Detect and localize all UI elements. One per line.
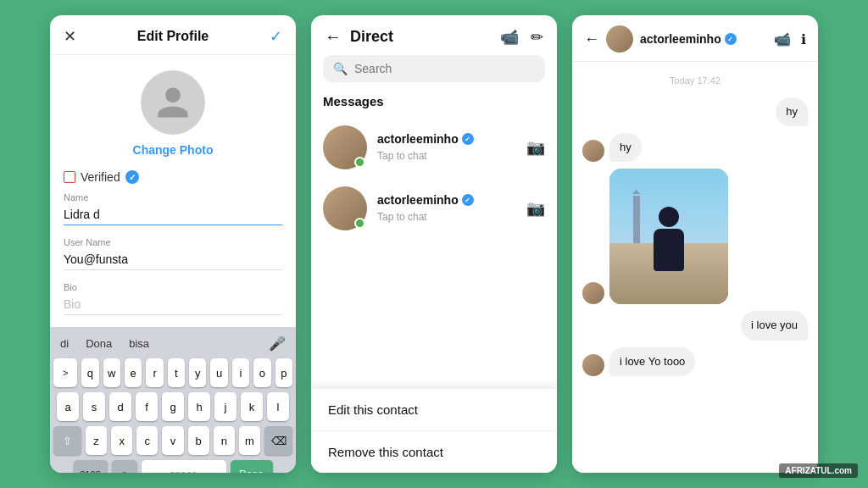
key-done[interactable]: Done bbox=[231, 460, 273, 473]
message-bubble-received-2: i love Yo tooo bbox=[609, 347, 695, 376]
message-bubble-received-1: hy bbox=[609, 133, 642, 162]
direct-header: ← Direct 📹 ✏ bbox=[311, 15, 557, 55]
change-photo-button[interactable]: Change Photo bbox=[133, 143, 214, 157]
key-r[interactable]: r bbox=[146, 358, 163, 387]
verified-checkbox[interactable] bbox=[64, 171, 75, 183]
key-y[interactable]: y bbox=[189, 358, 206, 387]
context-menu: Edit this contact Remove this contact bbox=[311, 388, 557, 473]
compose-icon[interactable]: ✏ bbox=[531, 28, 543, 47]
suggest-bisa[interactable]: bisa bbox=[129, 337, 149, 350]
chat-username: actorleeminho bbox=[640, 32, 721, 46]
verified-label: Verified bbox=[81, 170, 120, 184]
messages-label: Messages bbox=[311, 94, 557, 117]
video-call-icon[interactable]: 📹 bbox=[500, 28, 519, 47]
chat-timestamp: Today 17:42 bbox=[582, 75, 808, 86]
key-v[interactable]: v bbox=[162, 426, 183, 455]
name-label: Name bbox=[64, 192, 282, 202]
key-e[interactable]: e bbox=[125, 358, 142, 387]
message-row-received-1: hy bbox=[582, 133, 808, 162]
key-n[interactable]: n bbox=[214, 426, 235, 455]
chat-avatar[interactable] bbox=[606, 25, 633, 53]
context-edit-contact[interactable]: Edit this contact bbox=[311, 389, 557, 431]
direct-title: Direct bbox=[350, 28, 393, 46]
key-m[interactable]: m bbox=[239, 426, 260, 455]
back-icon[interactable]: ← bbox=[325, 27, 342, 47]
avatar[interactable] bbox=[141, 70, 205, 135]
msg-name-2: actorleeminho bbox=[377, 193, 459, 207]
key-b[interactable]: b bbox=[188, 426, 209, 455]
key-i[interactable]: i bbox=[232, 358, 249, 387]
message-item-1[interactable]: actorleeminho ✓ Tap to chat 📷 bbox=[311, 117, 557, 178]
key-delete[interactable]: ⌫ bbox=[264, 426, 292, 455]
msg-name-1: actorleeminho bbox=[377, 132, 459, 146]
camera-icon-2[interactable]: 📷 bbox=[526, 199, 545, 218]
key-q[interactable]: q bbox=[81, 358, 98, 387]
key-k[interactable]: k bbox=[241, 392, 263, 421]
verified-badge-2: ✓ bbox=[462, 194, 474, 206]
key-h[interactable]: h bbox=[188, 392, 210, 421]
keyboard-row-3: ⇧ z x c v b n m ⌫ bbox=[53, 426, 292, 455]
name-field-group: Name bbox=[64, 192, 282, 225]
save-check-icon[interactable]: ✓ bbox=[270, 27, 282, 46]
chat-header-left: ← actorleeminho ✓ bbox=[584, 25, 737, 53]
edit-profile-panel: ✕ Edit Profile ✓ Change Photo Verified ✓… bbox=[50, 15, 296, 473]
msg-sub-2: Tap to chat bbox=[377, 211, 427, 223]
suggest-dona[interactable]: Dona bbox=[86, 337, 112, 350]
username-input[interactable] bbox=[64, 251, 282, 270]
keyboard-suggestions: di Dona bisa 🎤 bbox=[53, 332, 292, 355]
key-o[interactable]: o bbox=[253, 358, 270, 387]
key-w[interactable]: w bbox=[103, 358, 120, 387]
key-f[interactable]: f bbox=[136, 392, 158, 421]
message-item-2[interactable]: actorleeminho ✓ Tap to chat 📷 bbox=[311, 178, 557, 239]
chat-body: Today 17:42 hy hy bbox=[572, 62, 818, 473]
received-avatar-2 bbox=[582, 354, 604, 376]
name-input[interactable] bbox=[64, 206, 282, 225]
chat-video-icon[interactable]: 📹 bbox=[774, 31, 791, 47]
edit-profile-header: ✕ Edit Profile ✓ bbox=[50, 15, 296, 55]
bio-input[interactable] bbox=[64, 296, 282, 315]
key-num[interactable]: ?123 bbox=[74, 460, 108, 473]
key-c[interactable]: c bbox=[136, 426, 158, 455]
chat-verified-badge: ✓ bbox=[725, 33, 737, 45]
chat-username-row: actorleeminho ✓ bbox=[640, 32, 737, 46]
key-gt[interactable]: > bbox=[53, 358, 77, 387]
key-j[interactable]: j bbox=[214, 392, 236, 421]
key-s[interactable]: s bbox=[83, 392, 105, 421]
verified-row: Verified ✓ bbox=[50, 165, 296, 192]
chat-info-icon[interactable]: ℹ bbox=[801, 31, 806, 47]
key-p[interactable]: p bbox=[275, 358, 292, 387]
key-g[interactable]: g bbox=[162, 392, 184, 421]
message-row-received-img bbox=[582, 169, 808, 304]
msg-name-row-2: actorleeminho ✓ bbox=[377, 193, 516, 207]
key-space[interactable]: space bbox=[142, 460, 226, 473]
mic-icon[interactable]: 🎤 bbox=[269, 336, 286, 352]
keyboard-row-2: a s d f g h j k l bbox=[53, 392, 292, 421]
search-input[interactable] bbox=[354, 62, 535, 75]
chat-panel: ← actorleeminho ✓ 📹 ℹ Today 17:42 hy bbox=[572, 15, 818, 473]
key-l[interactable]: l bbox=[267, 392, 289, 421]
msg-name-row-1: actorleeminho ✓ bbox=[377, 132, 516, 146]
key-u[interactable]: u bbox=[210, 358, 227, 387]
chat-back-icon[interactable]: ← bbox=[584, 30, 599, 48]
key-z[interactable]: z bbox=[86, 426, 107, 455]
edit-profile-title: Edit Profile bbox=[137, 29, 209, 44]
avatar-2 bbox=[323, 186, 367, 230]
key-shift[interactable]: ⇧ bbox=[53, 426, 81, 455]
profile-fields: Name User Name Bio bbox=[50, 192, 296, 327]
key-t[interactable]: t bbox=[168, 358, 185, 387]
search-bar[interactable]: 🔍 bbox=[323, 55, 545, 82]
chat-header-icons: 📹 ℹ bbox=[774, 31, 806, 47]
msg-sub-1: Tap to chat bbox=[377, 150, 427, 162]
key-d[interactable]: d bbox=[109, 392, 131, 421]
suggest-di[interactable]: di bbox=[60, 337, 69, 350]
search-icon: 🔍 bbox=[333, 62, 348, 75]
message-row-sent-1: hy bbox=[582, 97, 808, 126]
username-field-group: User Name bbox=[64, 237, 282, 270]
keyboard-row-1: > q w e r t y u i o p bbox=[53, 358, 292, 387]
context-remove-contact[interactable]: Remove this contact bbox=[311, 431, 557, 473]
key-x[interactable]: x bbox=[111, 426, 132, 455]
key-a[interactable]: a bbox=[57, 392, 79, 421]
close-icon[interactable]: ✕ bbox=[64, 27, 76, 46]
camera-icon-1[interactable]: 📷 bbox=[526, 138, 545, 157]
key-emoji[interactable]: ☺ bbox=[112, 460, 137, 473]
